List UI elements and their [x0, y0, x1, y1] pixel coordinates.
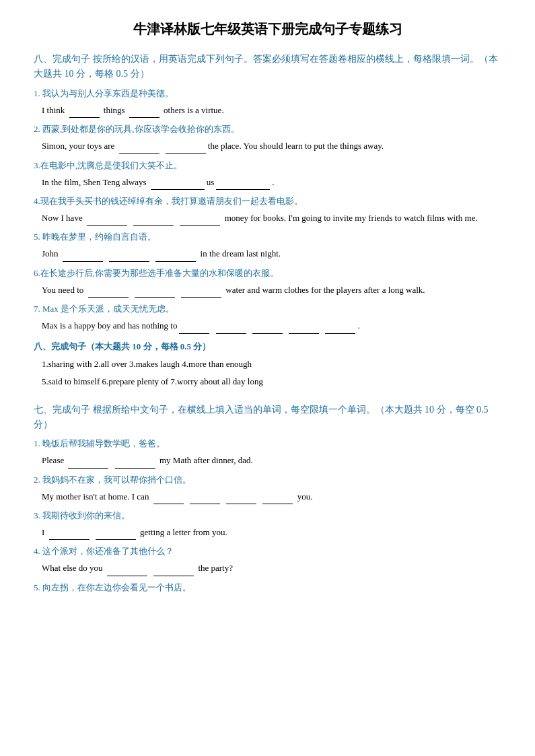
q8-2-chinese: 2. 西蒙,到处都是你的玩具,你应该学会收拾你的东西。: [34, 123, 501, 135]
q8-7-english: Max is a happy boy and has nothing to .: [34, 318, 501, 333]
blank: [63, 251, 103, 262]
q8-5-english: John in the dream last night.: [34, 246, 501, 261]
section8-answers-header: 八、完成句子（本大题共 10 分，每格 0.5 分）: [34, 341, 501, 353]
blank: [289, 323, 319, 334]
blank: [252, 323, 283, 334]
blank: [262, 493, 293, 504]
blank: [96, 529, 136, 540]
blank: [216, 179, 270, 190]
blank: [180, 215, 220, 226]
q7-1-english: Please my Math after dinner, dad.: [34, 452, 501, 468]
q8-1-chinese: 1. 我认为与别人分享东西是种美德。: [34, 88, 501, 100]
blank: [135, 287, 175, 298]
blank: [119, 143, 159, 154]
q8-7-chinese: 7. Max 是个乐天派，成天无忧无虑。: [34, 303, 501, 315]
section8-header: 八、完成句子 按所给的汉语，用英语完成下列句子。答案必须填写在答题卷相应的横线上…: [34, 52, 501, 82]
blank: [133, 215, 174, 226]
blank: [216, 323, 246, 334]
blank: [155, 251, 196, 262]
q8-1-english: I think things others is a virtue.: [34, 102, 501, 118]
q8-4-english: Now I have money for books. I'm going to…: [34, 210, 501, 226]
q7-3-english: I getting a letter from you.: [34, 524, 501, 540]
q7-3-chinese: 3. 我期待收到你的来信。: [34, 510, 501, 522]
blank: [151, 179, 205, 190]
blank: [166, 143, 206, 154]
q8-6-chinese: 6.在长途步行后,你需要为那些选手准备大量的水和保暖的衣服。: [34, 267, 501, 279]
blank: [190, 493, 220, 504]
blank: [69, 107, 100, 118]
q7-5-chinese: 5. 向左拐，在你左边你会看见一个书店。: [34, 582, 501, 594]
blank: [153, 493, 184, 504]
section7-header: 七、完成句子 根据所给中文句子，在横线上填入适当的单词，每空限填一个单词。（本大…: [34, 403, 501, 433]
q8-4-chinese: 4.现在我手头买书的钱还绰绰有余，我打算邀请朋友们一起去看电影。: [34, 195, 501, 207]
q8-2-english: Simon, your toys are the place. You shou…: [34, 138, 501, 153]
blank: [109, 251, 149, 262]
q8-6-english: You need to water and warm clothes for t…: [34, 282, 501, 298]
blank: [325, 323, 355, 334]
answer-row-2: 5.said to himself 6.prepare plenty of 7.…: [42, 373, 501, 390]
q8-5-chinese: 5. 昨晚在梦里，约翰自言自语。: [34, 231, 501, 243]
q7-1-chinese: 1. 晚饭后帮我辅导数学吧，爸爸。: [34, 438, 501, 450]
q7-4-chinese: 4. 这个派对，你还准备了其他什么？: [34, 545, 501, 557]
q8-3-chinese: 3.在电影中,沈腾总是使我们大笑不止。: [34, 160, 501, 172]
q7-4-english: What else do you the party?: [34, 560, 501, 576]
blank: [115, 458, 155, 469]
blank: [226, 493, 256, 504]
q8-3-english: In the film, Shen Teng always us.: [34, 174, 501, 190]
answer-row-1: 1.sharing with 2.all over 3.makes laugh …: [42, 355, 501, 373]
blank: [153, 565, 194, 576]
blank: [68, 458, 108, 469]
q7-2-english: My mother isn't at home. I can you.: [34, 489, 501, 504]
blank: [179, 323, 209, 334]
blank: [87, 215, 127, 226]
blank: [107, 565, 147, 576]
blank: [181, 287, 221, 298]
q7-2-chinese: 2. 我妈妈不在家，我可以帮你捎个口信。: [34, 474, 501, 486]
section8-answers: 1.sharing with 2.all over 3.makes laugh …: [34, 355, 501, 390]
page-title: 牛津译林版七年级英语下册完成句子专题练习: [34, 20, 501, 38]
blank: [88, 287, 129, 298]
blank: [129, 107, 159, 118]
blank: [49, 529, 90, 540]
